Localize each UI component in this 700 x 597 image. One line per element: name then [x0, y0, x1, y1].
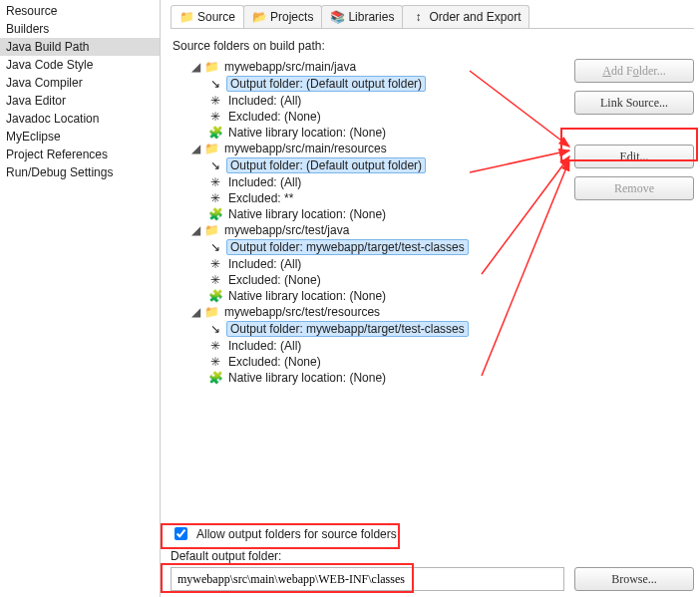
nav-java-code-style[interactable]: Java Code Style	[0, 56, 160, 74]
folder-path: mywebapp/src/test/resources	[222, 305, 382, 319]
nav-java-compiler[interactable]: Java Compiler	[0, 74, 160, 92]
source-tree[interactable]: ◢ 📁 mywebapp/src/main/java ↘ Output fold…	[171, 59, 566, 386]
nav-resource[interactable]: Resource	[0, 2, 160, 20]
nav-run-debug-settings[interactable]: Run/Debug Settings	[0, 163, 160, 181]
native-label: Native library location: (None)	[226, 207, 388, 221]
exclude-icon: ✳	[208, 273, 222, 287]
folder-path: mywebapp/src/test/java	[222, 223, 351, 237]
excluded-row[interactable]: ✳Excluded: **	[206, 190, 566, 206]
include-icon: ✳	[208, 175, 222, 189]
excluded-label: Excluded: (None)	[226, 273, 323, 287]
output-folder-row[interactable]: ↘Output folder: mywebapp/target/test-cla…	[206, 320, 566, 338]
expander-icon[interactable]: ◢	[190, 223, 200, 237]
output-folder-row[interactable]: ↘Output folder: (Default output folder)	[206, 156, 566, 174]
tab-order-export[interactable]: ↕ Order and Export	[402, 5, 529, 28]
native-label: Native library location: (None)	[226, 371, 388, 385]
exclude-icon: ✳	[208, 355, 222, 369]
native-row[interactable]: 🧩Native library location: (None)	[206, 125, 566, 141]
expander-icon[interactable]: ◢	[190, 142, 200, 155]
output-folder-label: Output folder: (Default output folder)	[226, 76, 426, 92]
nav-project-references[interactable]: Project References	[0, 146, 160, 163]
nav-javadoc-location[interactable]: Javadoc Location	[0, 110, 160, 128]
tab-label: Order and Export	[429, 10, 521, 24]
output-folder-label: Output folder: (Default output folder)	[226, 157, 426, 173]
output-folder-row[interactable]: ↘ Output folder: (Default output folder)	[206, 75, 566, 93]
nav-builders[interactable]: Builders	[0, 20, 160, 38]
libraries-icon: 📚	[330, 10, 344, 24]
side-buttons: Add Folder... Link Source... Edit... Rem…	[574, 59, 694, 200]
included-row[interactable]: ✳Included: (All)	[206, 93, 566, 109]
link-source-button[interactable]: Link Source...	[574, 91, 694, 115]
tab-bar: 📁 Source 📂 Projects 📚 Libraries ↕ Order …	[171, 4, 694, 29]
package-folder-icon: 📁	[204, 142, 218, 155]
tab-label: Projects	[270, 10, 313, 24]
native-icon: 🧩	[208, 289, 222, 303]
source-folder[interactable]: ◢ 📁 mywebapp/src/test/java	[188, 222, 566, 238]
add-folder-button[interactable]: Add Folder...	[574, 59, 694, 83]
included-row[interactable]: ✳Included: (All)	[206, 338, 566, 354]
main-panel: 📁 Source 📂 Projects 📚 Libraries ↕ Order …	[161, 0, 700, 597]
tab-libraries[interactable]: 📚 Libraries	[321, 5, 403, 28]
nav-myeclipse[interactable]: MyEclipse	[0, 128, 160, 146]
remove-button[interactable]: Remove	[574, 176, 694, 200]
include-icon: ✳	[208, 339, 222, 353]
btn-label: Add Folder...	[602, 64, 665, 78]
included-label: Included: (All)	[226, 94, 303, 108]
exclude-icon: ✳	[208, 110, 222, 124]
included-label: Included: (All)	[226, 339, 303, 353]
source-folders-caption: Source folders on build path:	[173, 39, 694, 53]
tab-label: Source	[197, 10, 235, 24]
browse-button[interactable]: Browse...	[574, 567, 694, 591]
output-icon: ↘	[208, 240, 222, 254]
expander-icon[interactable]: ◢	[190, 305, 200, 319]
default-output-input[interactable]	[171, 567, 564, 591]
source-folder[interactable]: ◢ 📁 mywebapp/src/main/resources	[188, 141, 566, 156]
output-folder-row[interactable]: ↘Output folder: mywebapp/target/test-cla…	[206, 238, 566, 256]
native-row[interactable]: 🧩Native library location: (None)	[206, 370, 566, 386]
folder-path: mywebapp/src/main/java	[222, 60, 358, 74]
projects-icon: 📂	[252, 10, 266, 24]
excluded-row[interactable]: ✳Excluded: (None)	[206, 354, 566, 370]
tab-label: Libraries	[348, 10, 394, 24]
included-row[interactable]: ✳Included: (All)	[206, 174, 566, 190]
native-icon: 🧩	[208, 371, 222, 385]
output-icon: ↘	[208, 158, 222, 172]
allow-output-checkbox[interactable]	[175, 527, 187, 540]
output-icon: ↘	[208, 322, 222, 336]
excluded-label: Excluded: (None)	[226, 355, 323, 369]
native-icon: 🧩	[208, 126, 222, 140]
expander-icon[interactable]: ◢	[190, 60, 200, 74]
included-label: Included: (All)	[226, 257, 303, 271]
excluded-label: Excluded: (None)	[226, 110, 323, 124]
native-row[interactable]: 🧩Native library location: (None)	[206, 206, 566, 222]
tab-source[interactable]: 📁 Source	[171, 5, 244, 28]
allow-output-label[interactable]: Allow output folders for source folders	[196, 527, 397, 541]
tab-projects[interactable]: 📂 Projects	[243, 5, 322, 28]
package-folder-icon: 📁	[204, 223, 218, 237]
edit-button[interactable]: Edit...	[574, 145, 694, 168]
native-label: Native library location: (None)	[226, 289, 388, 303]
output-icon: ↘	[208, 77, 222, 91]
package-folder-icon: 📁	[204, 305, 218, 319]
native-icon: 🧩	[208, 207, 222, 221]
folder-path: mywebapp/src/main/resources	[222, 142, 389, 155]
native-row[interactable]: 🧩Native library location: (None)	[206, 288, 566, 304]
excluded-label: Excluded: **	[226, 191, 295, 205]
exclude-icon: ✳	[208, 191, 222, 205]
source-folder[interactable]: ◢ 📁 mywebapp/src/main/java	[188, 59, 566, 75]
included-label: Included: (All)	[226, 175, 303, 189]
package-folder-icon: 📁	[204, 60, 218, 74]
excluded-row[interactable]: ✳Excluded: (None)	[206, 109, 566, 125]
include-icon: ✳	[208, 257, 222, 271]
order-icon: ↕	[411, 10, 425, 24]
nav-java-editor[interactable]: Java Editor	[0, 92, 160, 110]
source-folder[interactable]: ◢ 📁 mywebapp/src/test/resources	[188, 304, 566, 320]
include-icon: ✳	[208, 94, 222, 108]
excluded-row[interactable]: ✳Excluded: (None)	[206, 272, 566, 288]
default-output-label: Default output folder:	[171, 549, 694, 563]
output-folder-label: Output folder: mywebapp/target/test-clas…	[226, 239, 469, 255]
package-icon: 📁	[179, 10, 193, 24]
included-row[interactable]: ✳Included: (All)	[206, 256, 566, 272]
nav-java-build-path[interactable]: Java Build Path	[0, 38, 160, 56]
output-folder-label: Output folder: mywebapp/target/test-clas…	[226, 321, 469, 337]
